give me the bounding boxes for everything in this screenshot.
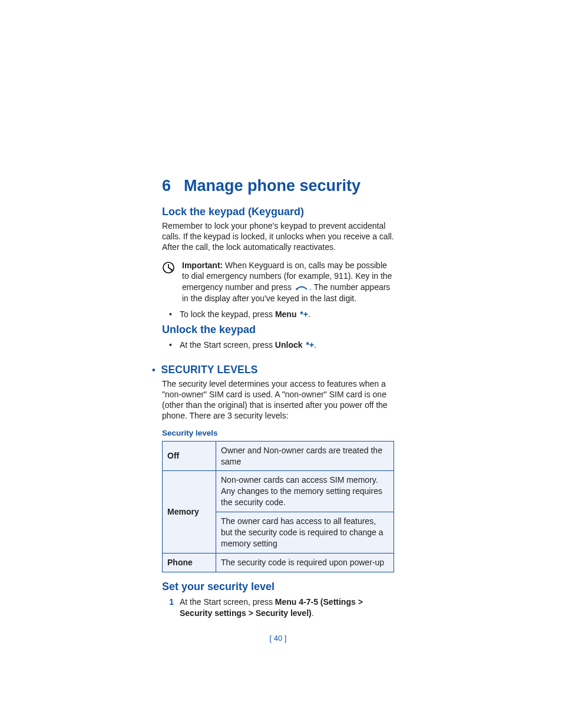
lock-step-1: To lock the keypad, press Menu *+. (162, 309, 394, 320)
cell-level-memory-desc-1: Non-owner cards can access SIM memory. A… (216, 471, 394, 512)
important-icon (162, 261, 175, 305)
call-key-icon (295, 282, 308, 292)
page-number: [ 40 ] (162, 634, 394, 643)
important-text: Important: When Keyguard is on, calls ma… (182, 260, 394, 305)
step-number: 1 (162, 597, 174, 608)
table-caption-security-levels: Security levels (162, 429, 394, 437)
heading-set-security-level: Set your security level (162, 581, 394, 593)
cell-level-phone-desc: The security code is required upon power… (216, 553, 394, 572)
heading-unlock-keypad: Unlock the keypad (162, 324, 394, 336)
set-level-step-1: 1 At the Start screen, press Menu 4-7-5 … (162, 597, 394, 619)
cell-level-off-desc: Owner and Non-owner cards are treated th… (216, 441, 394, 471)
unlock-key-label: Unlock (275, 340, 303, 350)
set-level-steps: 1 At the Start screen, press Menu 4-7-5 … (162, 597, 394, 619)
table-security-levels: Off Owner and Non-owner cards are treate… (162, 441, 394, 572)
cell-level-memory: Memory (163, 471, 216, 553)
unlock-step-before: At the Start screen, press (180, 340, 275, 350)
chapter-number: 6 (162, 177, 171, 195)
cell-level-phone: Phone (163, 553, 216, 572)
section-bullet-icon: • (152, 365, 156, 375)
step-before: At the Start screen, press (180, 597, 275, 607)
cell-level-memory-desc-2: The owner card has access to all feature… (216, 512, 394, 554)
menu-key-label: Menu (275, 309, 297, 319)
unlock-steps-list: At the Start screen, press Unlock *+. (162, 340, 394, 351)
lock-steps-list: To lock the keypad, press Menu *+. (162, 309, 394, 320)
heading-lock-keypad: Lock the keypad (Keyguard) (162, 206, 394, 218)
star-key-icon: *+ (306, 340, 314, 350)
step-after: . (312, 608, 314, 618)
document-page: 6 Manage phone security Lock the keypad … (0, 0, 562, 678)
table-row: Off Owner and Non-owner cards are treate… (163, 441, 394, 471)
unlock-step-1: At the Start screen, press Unlock *+. (162, 340, 394, 351)
table-row: Phone The security code is required upon… (163, 553, 394, 572)
lock-step-before: To lock the keypad, press (180, 309, 275, 319)
unlock-step-after: . (314, 340, 316, 350)
cell-level-off: Off (163, 441, 216, 471)
section-title-security-levels: SECURITY LEVELS (161, 364, 258, 376)
important-label: Important: (182, 261, 223, 270)
paragraph-levels-intro: The security level determines your acces… (162, 378, 394, 421)
chapter-title: Manage phone security (184, 177, 361, 195)
table-row: Memory Non-owner cards can access SIM me… (163, 471, 394, 512)
important-callout: Important: When Keyguard is on, calls ma… (162, 260, 394, 305)
paragraph-lock-intro: Remember to lock your phone's keypad to … (162, 220, 394, 253)
lock-step-after: . (308, 309, 310, 319)
svg-point-1 (296, 288, 297, 290)
chapter-heading: 6 Manage phone security (162, 177, 394, 195)
section-security-levels: • SECURITY LEVELS (152, 364, 394, 376)
star-key-icon: *+ (300, 309, 308, 319)
